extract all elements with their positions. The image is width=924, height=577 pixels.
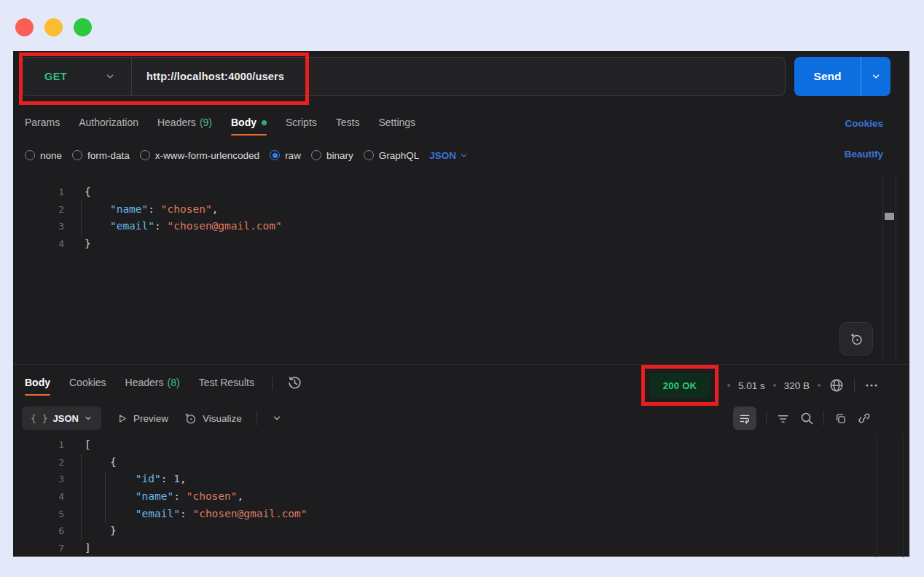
meta-separator-dot <box>818 384 821 387</box>
response-meta: 5.01 s 320 B <box>727 374 879 396</box>
request-language-dropdown[interactable]: JSON <box>429 150 469 161</box>
radio-label: form-data <box>87 150 130 161</box>
response-format-dropdown[interactable]: { } JSON <box>22 407 101 430</box>
body-type-binary[interactable]: binary <box>311 150 353 161</box>
tab-count-badge: (9) <box>200 117 212 128</box>
line-number: 3 <box>13 471 64 488</box>
request-url-bar: GET http://localhost:4000/users <box>22 57 786 96</box>
response-tab-bar: BodyCookiesHeaders(8)Test Results <box>25 369 302 396</box>
traffic-light-zoom[interactable] <box>74 18 92 36</box>
response-editor-scrollbar[interactable] <box>877 435 904 557</box>
line-number: 1 <box>13 184 64 201</box>
chevron-down-icon <box>459 151 469 160</box>
tab-label: Tests <box>336 117 360 128</box>
body-type-form-data[interactable]: form-data <box>72 150 130 161</box>
beautify-link[interactable]: Beautify <box>845 149 883 160</box>
send-button-label: Send <box>794 70 861 83</box>
request-tab-settings[interactable]: Settings <box>378 110 415 135</box>
traffic-light-minimize[interactable] <box>44 18 63 36</box>
radio-icon <box>140 150 150 160</box>
tab-count-badge: (8) <box>168 377 180 388</box>
radio-icon <box>25 150 35 160</box>
body-type-x-www-form-urlencoded[interactable]: x-www-form-urlencoded <box>140 150 259 161</box>
request-tab-body[interactable]: Body <box>231 110 267 135</box>
response-body-editor[interactable]: 1[2 {3 "id": 1,4 "name": "chosen",5 "ema… <box>13 435 877 557</box>
radio-label: GraphQL <box>379 150 420 161</box>
request-tab-scripts[interactable]: Scripts <box>286 110 317 135</box>
line-number: 2 <box>13 201 64 219</box>
tab-label: Params <box>25 117 60 128</box>
chevron-down-icon <box>105 71 115 82</box>
wrap-text-button[interactable] <box>733 407 756 430</box>
indent-guide <box>81 218 82 235</box>
send-button[interactable]: Send <box>794 57 890 96</box>
traffic-light-close[interactable] <box>15 18 34 36</box>
indent-guide <box>81 506 82 523</box>
line-number: 4 <box>13 235 64 253</box>
tab-label: Body <box>231 117 257 128</box>
response-tab-body[interactable]: Body <box>25 370 50 395</box>
copy-icon[interactable] <box>834 412 847 425</box>
preview-label: Preview <box>133 413 168 424</box>
indent-guide <box>105 471 106 488</box>
indent-guide <box>81 201 82 219</box>
chevron-down-icon <box>84 414 93 423</box>
response-time: 5.01 s <box>738 380 765 391</box>
line-number: 2 <box>13 454 64 471</box>
tab-label: Authorization <box>79 117 138 128</box>
code-line: 6 } <box>13 522 877 540</box>
search-icon[interactable] <box>799 411 814 425</box>
code-line: 4} <box>13 235 882 253</box>
line-number: 7 <box>13 540 64 557</box>
url-input[interactable]: http://localhost:4000/users <box>146 71 284 82</box>
body-type-graphql[interactable]: GraphQL <box>364 150 420 161</box>
tab-bar-divider <box>272 375 273 390</box>
response-history-icon[interactable] <box>287 375 302 390</box>
code-line: 1{ <box>13 184 882 201</box>
chevron-down-icon[interactable] <box>272 413 282 423</box>
more-options-icon[interactable] <box>864 378 879 393</box>
response-tab-cookies[interactable]: Cookies <box>69 370 106 395</box>
response-tab-test-results[interactable]: Test Results <box>199 370 254 395</box>
request-body-editor[interactable]: 1{2 "name": "chosen",3 "email": "chosen@… <box>13 176 882 363</box>
code-line: 5 "email": "chosen@gmail.com" <box>13 506 877 523</box>
request-tab-tests[interactable]: Tests <box>336 110 360 135</box>
body-type-row: noneform-datax-www-form-urlencodedrawbin… <box>25 144 469 166</box>
line-number: 4 <box>13 488 64 506</box>
meta-separator-dot <box>773 384 776 387</box>
visualize-button[interactable]: Visualize <box>183 411 242 425</box>
radio-icon <box>72 150 82 160</box>
code-line: 3 "id": 1, <box>13 471 877 488</box>
filter-icon[interactable] <box>776 412 790 425</box>
request-tab-bar: ParamsAuthorizationHeaders(9)BodyScripts… <box>25 109 415 136</box>
cookies-link[interactable]: Cookies <box>845 118 883 129</box>
radio-icon <box>364 150 374 160</box>
visualize-label: Visualize <box>203 413 242 424</box>
request-editor-scrollbar[interactable] <box>882 176 896 363</box>
request-tab-authorization[interactable]: Authorization <box>79 110 138 135</box>
postbot-ai-button[interactable] <box>839 322 873 356</box>
response-editor-actions <box>733 404 872 432</box>
network-globe-icon[interactable] <box>829 377 845 393</box>
response-tab-headers[interactable]: Headers(8) <box>125 370 180 395</box>
code-line: 3 "email": "chosen@gmail.com" <box>13 218 882 235</box>
radio-label: binary <box>326 150 353 161</box>
method-selector[interactable]: GET <box>23 58 115 95</box>
preview-button[interactable]: Preview <box>116 412 168 425</box>
radio-label: none <box>40 150 62 161</box>
toolbar-divider <box>823 411 824 425</box>
scrollbar-thumb[interactable] <box>885 213 894 220</box>
request-tab-params[interactable]: Params <box>25 110 60 135</box>
tab-label: Headers <box>125 377 164 388</box>
url-bar-divider <box>131 57 132 96</box>
radio-label: raw <box>285 150 301 161</box>
link-icon[interactable] <box>857 411 872 425</box>
body-type-none[interactable]: none <box>25 150 62 161</box>
request-language-label: JSON <box>429 150 456 161</box>
request-tab-headers[interactable]: Headers(9) <box>157 110 212 135</box>
body-type-raw[interactable]: raw <box>270 150 301 161</box>
line-number: 3 <box>13 218 64 235</box>
tab-label: Scripts <box>286 117 317 128</box>
code-line: 1[ <box>13 436 877 454</box>
send-options-chevron-icon[interactable] <box>861 71 890 82</box>
